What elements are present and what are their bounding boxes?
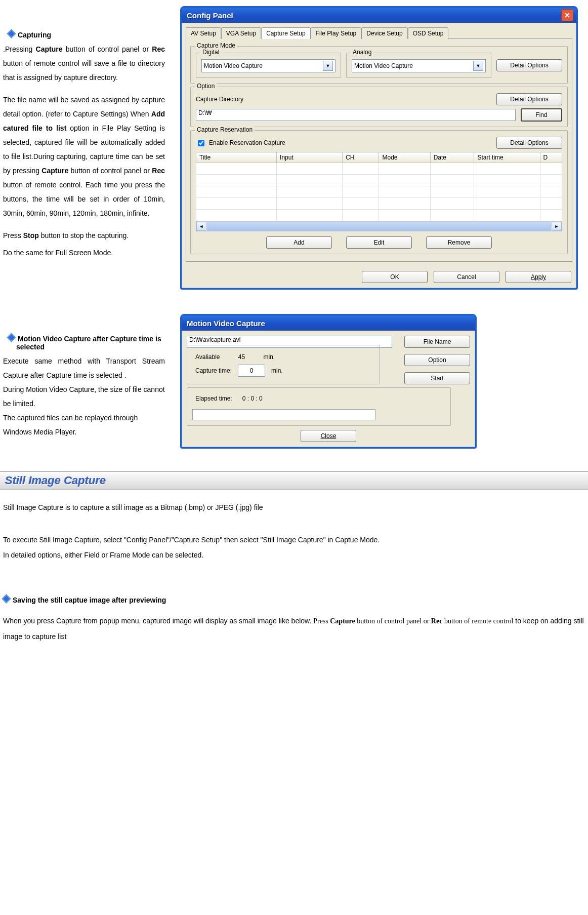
mvc-window: Motion Video Capture D:\₩avicapture.avi … <box>180 314 477 449</box>
scroll-track[interactable] <box>207 222 551 231</box>
find-button[interactable]: Find <box>521 108 562 122</box>
min-label: min. <box>271 367 283 374</box>
col-ch[interactable]: CH <box>343 152 379 163</box>
legend-analog: Analog <box>351 49 373 56</box>
min-label: min. <box>263 353 275 361</box>
capture-time-label: Capture time: <box>195 367 232 374</box>
digital-combo-value: Motion Video Capture <box>204 62 263 69</box>
add-button[interactable]: Add <box>266 236 332 249</box>
capture-directory-label: Capture Directory <box>196 96 243 103</box>
bullet-icon <box>7 333 16 342</box>
bullet-icon <box>2 594 11 603</box>
col-start-time[interactable]: Start time <box>474 152 540 163</box>
heading-capturing: Capturing <box>8 30 165 39</box>
elapsed-value: 0 : 0 : 0 <box>242 395 263 402</box>
tab-osd-setup[interactable]: OSD Setup <box>408 27 449 39</box>
edit-button[interactable]: Edit <box>346 236 412 249</box>
elapsed-label: Elapsed time: <box>195 395 232 402</box>
col-input[interactable]: Input <box>277 152 343 163</box>
fieldset-capture-mode: Capture Mode Digital Motion Video Captur… <box>190 46 568 84</box>
window-title: Config Panel <box>185 11 561 20</box>
titlebar[interactable]: Config Panel ✕ <box>182 8 576 23</box>
close-icon[interactable]: ✕ <box>561 9 573 21</box>
para-capturing-2: The file name will be saved as assigned … <box>3 93 165 220</box>
cancel-button[interactable]: Cancel <box>434 271 499 283</box>
tabs: AV Setup VGA Setup Capture Setup File Pl… <box>182 23 576 38</box>
tab-vga-setup[interactable]: VGA Setup <box>221 27 261 39</box>
ok-button[interactable]: OK <box>362 271 428 283</box>
para-capturing-4: Do the same for Full Screen Mode. <box>3 246 165 260</box>
para-capturing-1: .Pressing Capture button of control pane… <box>3 42 165 85</box>
mvc-line-2: During Motion Video Capture, the size of… <box>3 382 165 411</box>
enable-reservation-input[interactable] <box>198 140 204 146</box>
legend-capture-mode: Capture Mode <box>195 42 237 49</box>
remove-button[interactable]: Remove <box>426 236 492 249</box>
analog-combo[interactable]: Motion Video Capture ▼ <box>352 59 486 72</box>
available-value: 45 <box>229 353 254 361</box>
horizontal-scrollbar[interactable]: ◄ ► <box>196 221 562 231</box>
fieldset-option: Option Capture Directory Detail Options … <box>190 87 568 127</box>
mvc-line-1: Execute same method with Transport Strea… <box>3 354 165 382</box>
progress-bar <box>192 409 375 420</box>
tab-device-setup[interactable]: Device Setup <box>361 27 407 39</box>
section-title: Still Image Capture <box>5 474 106 487</box>
chevron-down-icon: ▼ <box>473 61 483 71</box>
bullet-icon <box>7 29 16 38</box>
still-howto: To execute Still Image Capture, select "… <box>3 532 585 547</box>
mvc-line-3: The captured files can be replayed throu… <box>3 411 165 439</box>
apply-button[interactable]: Apply <box>506 271 571 283</box>
still-howto2: In detailed options, either Field or Fra… <box>3 547 585 563</box>
scroll-right-icon[interactable]: ► <box>552 222 562 231</box>
fieldset-reservation: Capture Reservation Enable Reservation C… <box>190 130 568 254</box>
tab-capture-setup[interactable]: Capture Setup <box>261 27 310 39</box>
col-mode[interactable]: Mode <box>379 152 430 163</box>
digital-combo[interactable]: Motion Video Capture ▼ <box>201 59 335 72</box>
available-label: Avaliable <box>195 353 220 361</box>
titlebar[interactable]: Motion Video Capture <box>182 315 475 331</box>
heading-mvc: Motion Video Capture after Capture time … <box>8 334 165 351</box>
detail-options-button[interactable]: Detail Options <box>496 93 562 105</box>
scroll-left-icon[interactable]: ◄ <box>196 222 206 231</box>
heading-saving-still: Saving the still captue image after prev… <box>3 595 588 604</box>
chevron-down-icon: ▼ <box>323 61 333 71</box>
file-name-button[interactable]: File Name <box>404 336 470 348</box>
window-title: Motion Video Capture <box>185 319 472 328</box>
detail-options-button[interactable]: Detail Options <box>496 59 562 71</box>
legend-option: Option <box>195 83 217 90</box>
capture-directory-input[interactable]: D:\₩ <box>196 109 516 121</box>
legend-digital: Digital <box>200 49 221 56</box>
col-title[interactable]: Title <box>196 152 277 163</box>
enable-reservation-checkbox[interactable]: Enable Reservation Capture <box>196 138 285 148</box>
para-capturing-3: Press Stop button to stop the capturing. <box>3 228 165 243</box>
enable-reservation-label: Enable Reservation Capture <box>209 139 285 146</box>
section-header-still: Still Image Capture <box>0 471 588 490</box>
tab-av-setup[interactable]: AV Setup <box>186 27 221 39</box>
analog-combo-value: Motion Video Capture <box>354 62 413 69</box>
close-button[interactable]: Close <box>301 430 356 442</box>
still-last: When you press Capture from popup menu, … <box>3 613 585 644</box>
detail-options-button[interactable]: Detail Options <box>496 137 562 149</box>
reservation-table[interactable]: Title Input CH Mode Date Start time D <box>196 152 562 221</box>
config-panel-window: Config Panel ✕ AV Setup VGA Setup Captur… <box>180 6 578 290</box>
legend-reservation: Capture Reservation <box>195 126 255 133</box>
col-d[interactable]: D <box>540 152 562 163</box>
col-date[interactable]: Date <box>430 152 474 163</box>
start-button[interactable]: Start <box>404 372 470 384</box>
option-button[interactable]: Option <box>404 354 470 366</box>
tab-file-play-setup[interactable]: File Play Setup <box>311 27 362 39</box>
capture-time-input[interactable] <box>238 365 265 377</box>
still-intro: Still Image Capture is to capture a stil… <box>3 500 585 515</box>
